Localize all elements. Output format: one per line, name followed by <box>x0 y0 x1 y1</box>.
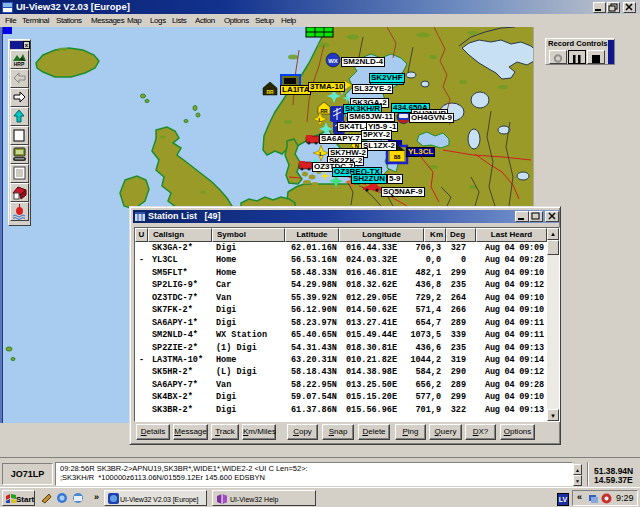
svg-text:HRP: HRP <box>14 61 25 67</box>
svg-text:L: L <box>319 151 323 157</box>
svg-text:RR: RR <box>266 89 274 95</box>
svg-text:RR: RR <box>320 108 328 114</box>
svg-text:88: 88 <box>394 154 401 160</box>
svg-text:L: L <box>318 117 321 123</box>
svg-text:WX: WX <box>328 58 338 64</box>
